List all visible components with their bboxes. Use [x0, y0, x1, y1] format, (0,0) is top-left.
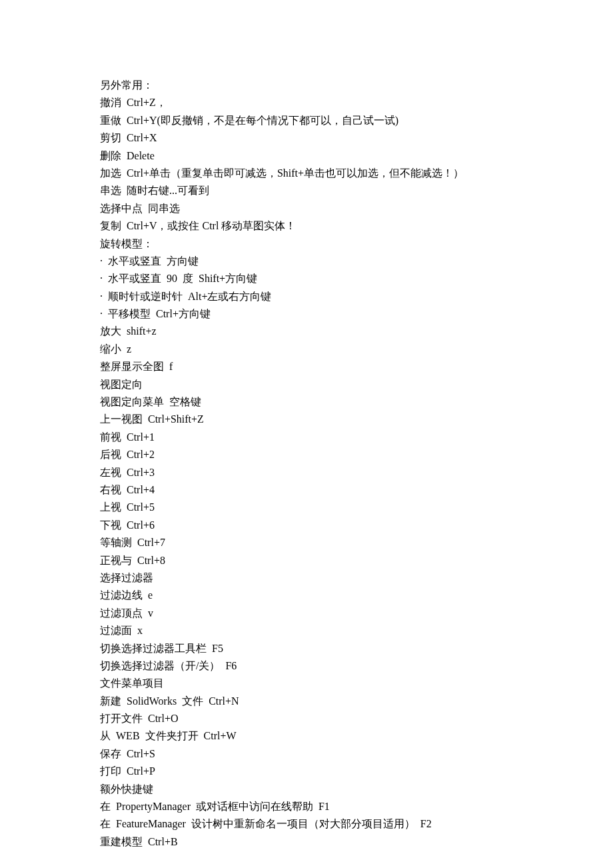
text-line: · 顺时针或逆时针 Alt+左或右方向键 — [100, 288, 513, 305]
text-line: 等轴测 Ctrl+7 — [100, 534, 513, 551]
text-line: 保存 Ctrl+S — [100, 745, 513, 763]
text-line: 后视 Ctrl+2 — [100, 446, 513, 463]
text-line: 重建模型 Ctrl+B — [100, 833, 513, 851]
text-line: 在 PropertyManager 或对话框中访问在线帮助 F1 — [100, 798, 513, 815]
text-line: 旋转模型： — [100, 235, 513, 253]
text-line: · 水平或竖直 方向键 — [100, 253, 513, 270]
text-line: 选择中点 同串选 — [100, 200, 513, 217]
text-line: 从 WEB 文件夹打开 Ctrl+W — [100, 727, 513, 745]
text-line: 文件菜单项目 — [100, 675, 513, 692]
text-line: 切换选择过滤器工具栏 F5 — [100, 640, 513, 657]
text-line: 过滤顶点 v — [100, 605, 513, 622]
text-line: 正视与 Ctrl+8 — [100, 552, 513, 569]
text-line: 整屏显示全图 f — [100, 358, 513, 375]
text-line: 额外快捷键 — [100, 781, 513, 798]
text-line: 前视 Ctrl+1 — [100, 429, 513, 446]
text-line: 右视 Ctrl+4 — [100, 481, 513, 499]
text-line: 缩小 z — [100, 341, 513, 358]
text-line: 复制 Ctrl+V，或按住 Ctrl 移动草图实体！ — [100, 217, 513, 235]
text-line: 串选 随时右键...可看到 — [100, 182, 513, 199]
text-line: 剪切 Ctrl+X — [100, 129, 513, 147]
text-line: 在 FeatureManager 设计树中重新命名一项目（对大部分项目适用） F… — [100, 815, 513, 833]
text-line: · 平移模型 Ctrl+方向键 — [100, 305, 513, 323]
text-line: 打印 Ctrl+P — [100, 763, 513, 780]
text-line: 视图定向菜单 空格键 — [100, 393, 513, 411]
text-line: 过滤边线 e — [100, 587, 513, 604]
text-line: 打开文件 Ctrl+O — [100, 710, 513, 727]
text-line: 视图定向 — [100, 376, 513, 393]
text-line: 撤消 Ctrl+Z， — [100, 94, 513, 111]
text-line: · 水平或竖直 90 度 Shift+方向键 — [100, 270, 513, 287]
text-line: 删除 Delete — [100, 147, 513, 165]
text-line: 过滤面 x — [100, 622, 513, 639]
text-line: 下视 Ctrl+6 — [100, 517, 513, 534]
text-line: 重做 Ctrl+Y(即反撤销，不是在每个情况下都可以，自己试一试) — [100, 112, 513, 129]
text-line: 加选 Ctrl+单击（重复单击即可减选，Shift+单击也可以加选，但不能减选！… — [100, 165, 513, 182]
document-body: 另外常用：撤消 Ctrl+Z，重做 Ctrl+Y(即反撤销，不是在每个情况下都可… — [100, 77, 513, 851]
text-line: 新建 SolidWorks 文件 Ctrl+N — [100, 693, 513, 710]
text-line: 上视 Ctrl+5 — [100, 499, 513, 516]
text-line: 左视 Ctrl+3 — [100, 464, 513, 481]
text-line: 切换选择过滤器（开/关） F6 — [100, 657, 513, 675]
text-line: 放大 shift+z — [100, 323, 513, 340]
text-line: 选择过滤器 — [100, 569, 513, 587]
text-line: 上一视图 Ctrl+Shift+Z — [100, 411, 513, 428]
text-line: 另外常用： — [100, 77, 513, 94]
